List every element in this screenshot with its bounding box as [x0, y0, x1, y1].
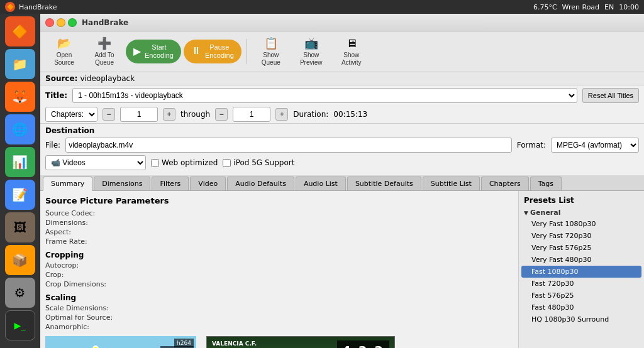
preset-fast-576p25[interactable]: Fast 576p25	[521, 290, 641, 302]
start-label: StartEncoding	[145, 43, 174, 60]
video-preview: 4.3.3 1592 81610 141431 11	[206, 336, 395, 348]
tab-video[interactable]: Video	[190, 177, 226, 190]
tab-summary[interactable]: Summary	[43, 177, 92, 191]
add-queue-label: Add ToQueue	[95, 52, 114, 67]
start-encoding-button[interactable]: ▶ StartEncoding	[126, 40, 181, 63]
minimize-button[interactable]	[57, 18, 65, 27]
app-window: HandBrake 📂 OpenSource ➕ Add ToQueue ▶ S…	[40, 14, 644, 348]
duration-value: 00:15:13	[333, 110, 367, 119]
preset-very-fast-576p25[interactable]: Very Fast 576p25	[521, 242, 641, 254]
dock-item-gimp[interactable]: 🖼	[5, 212, 35, 242]
chapter-to-increase[interactable]: +	[275, 108, 288, 121]
system-bar-left: 🔶 HandBrake	[5, 2, 57, 12]
scale-dim-value	[117, 304, 513, 312]
open-source-button[interactable]: 📂 OpenSource	[45, 34, 83, 69]
dock-item-files[interactable]: 📁	[5, 49, 35, 79]
show-preview-button[interactable]: 📺 ShowPreview	[292, 34, 330, 69]
browse-select[interactable]: 📹 Videos	[45, 155, 146, 170]
reset-all-titles-button[interactable]: Reset All Titles	[582, 88, 639, 103]
ipod-support-checkbox[interactable]	[223, 159, 231, 167]
dock-item-settings[interactable]: ⚙	[5, 278, 35, 308]
show-queue-button[interactable]: 📋 ShowQueue	[252, 34, 290, 69]
title-select[interactable]: 1 - 00h15m13s - videoplayback	[72, 88, 577, 103]
dock-item-chrome[interactable]: 🌐	[5, 114, 35, 144]
tab-dimensions[interactable]: Dimensions	[94, 177, 150, 190]
format-label: Format:	[517, 141, 546, 150]
close-button[interactable]	[45, 18, 54, 27]
title-row: Title: 1 - 00h15m13s - videoplayback Res…	[40, 85, 644, 106]
chapter-to-input[interactable]	[233, 107, 270, 122]
preset-group-general-label[interactable]: General	[521, 207, 641, 218]
start-icon: ▶	[133, 45, 141, 57]
preset-very-fast-480p30[interactable]: Very Fast 480p30	[521, 254, 641, 266]
browse-row: 📹 Videos Web optimized iPod 5G Support	[45, 155, 639, 170]
football-field: 4.3.3 1592 81610 141431 11	[207, 337, 394, 348]
add-to-queue-button[interactable]: ➕ Add ToQueue	[86, 34, 123, 69]
tab-filters[interactable]: Filters	[152, 177, 189, 190]
cropping-title: Cropping	[45, 251, 513, 259]
tab-subtitle-list[interactable]: Subtitle List	[423, 177, 480, 190]
preset-very-fast-720p30[interactable]: Very Fast 720p30	[521, 230, 641, 242]
chapter-from-decrease[interactable]: −	[103, 108, 115, 121]
chapter-from-input[interactable]	[120, 107, 158, 122]
preset-fast-720p30[interactable]: Fast 720p30	[521, 278, 641, 290]
scale-dim-label: Scale Dimensions:	[45, 304, 114, 312]
maximize-button[interactable]	[68, 18, 77, 27]
scaling-title: Scaling	[45, 293, 513, 302]
dimensions-value	[117, 219, 513, 227]
source-bar: Source: videoplayback	[40, 72, 644, 85]
preset-very-fast-1080p30[interactable]: Very Fast 1080p30	[521, 218, 641, 230]
web-optimized-checkbox[interactable]	[151, 159, 159, 167]
source-label: Source:	[45, 74, 77, 83]
chapter-from-increase[interactable]: +	[163, 108, 175, 121]
show-activity-button[interactable]: 🖥 ShowActivity	[333, 35, 370, 69]
preset-fast-1080p30[interactable]: Fast 1080p30	[521, 266, 641, 278]
tab-subtitle-defaults[interactable]: Subtitle Defaults	[347, 177, 421, 190]
source-thumbnail: h264 640 x 360 29.873	[45, 336, 196, 348]
show-preview-label: ShowPreview	[300, 52, 323, 67]
system-bar-right: 6.75°C Wren Road EN 10:00	[533, 3, 639, 11]
dock-item-terminal[interactable]: ▶_	[5, 310, 35, 340]
frame-rate-label: Frame Rate:	[45, 237, 114, 246]
pause-encoding-button[interactable]: ⏸ PauseEncoding	[184, 40, 242, 63]
aspect-value	[117, 228, 513, 236]
ipod-support-label[interactable]: iPod 5G Support	[223, 158, 294, 167]
anamorphic-value	[117, 323, 513, 331]
format-select[interactable]: MPEG-4 (avformat)	[551, 138, 639, 153]
dock-item-ubuntu[interactable]: 🔶	[5, 16, 35, 46]
tab-chapters[interactable]: Chapters	[481, 177, 529, 190]
dimensions-label: Dimensions:	[45, 219, 114, 227]
tab-audio-list[interactable]: Audio List	[296, 177, 346, 190]
preset-fast-480p30[interactable]: Fast 480p30	[521, 302, 641, 313]
pause-icon: ⏸	[191, 45, 201, 57]
source-codec-label: Source Codec:	[45, 209, 114, 217]
frame-rate-value	[117, 237, 513, 246]
file-label: File:	[45, 141, 60, 150]
chapters-select[interactable]: Chapters:	[45, 107, 97, 122]
scaling-grid: Scale Dimensions: Optimal for Source: An…	[45, 304, 513, 331]
keyboard-layout: EN	[604, 3, 614, 11]
file-input[interactable]	[65, 138, 512, 153]
params-grid: Source Codec: Dimensions: Aspect: Frame …	[45, 209, 513, 246]
add-queue-icon: ➕	[97, 36, 111, 50]
tab-tags[interactable]: Tags	[530, 177, 562, 190]
tab-audio-defaults[interactable]: Audio Defaults	[227, 177, 294, 190]
dock-item-amazon[interactable]: 📦	[5, 245, 35, 275]
ubuntu-logo[interactable]: 🔶	[5, 2, 15, 12]
aspect-label: Aspect:	[45, 228, 114, 236]
chapter-to-decrease[interactable]: −	[215, 108, 228, 121]
app-name: HandBrake	[19, 3, 57, 11]
dock-item-docs[interactable]: 📝	[5, 180, 35, 210]
dock-item-firefox[interactable]: 🦊	[5, 82, 35, 112]
cocktail-image	[58, 342, 121, 348]
preset-group-general: General Very Fast 1080p30 Very Fast 720p…	[521, 207, 641, 325]
autocrop-value	[117, 261, 513, 269]
tabs-bar: Summary Dimensions Filters Video Audio D…	[40, 175, 644, 191]
score-display: 4.3.3	[337, 340, 389, 348]
web-optimized-label[interactable]: Web optimized	[151, 158, 218, 167]
dock-item-sheets[interactable]: 📊	[5, 147, 35, 177]
preset-hq-1080p30[interactable]: HQ 1080p30 Surround	[521, 313, 641, 325]
optimal-label: Optimal for Source:	[45, 313, 114, 322]
anamorphic-label: Anamorphic:	[45, 323, 114, 331]
source-thumbnail-container: h264 640 x 360 29.873	[45, 336, 196, 348]
